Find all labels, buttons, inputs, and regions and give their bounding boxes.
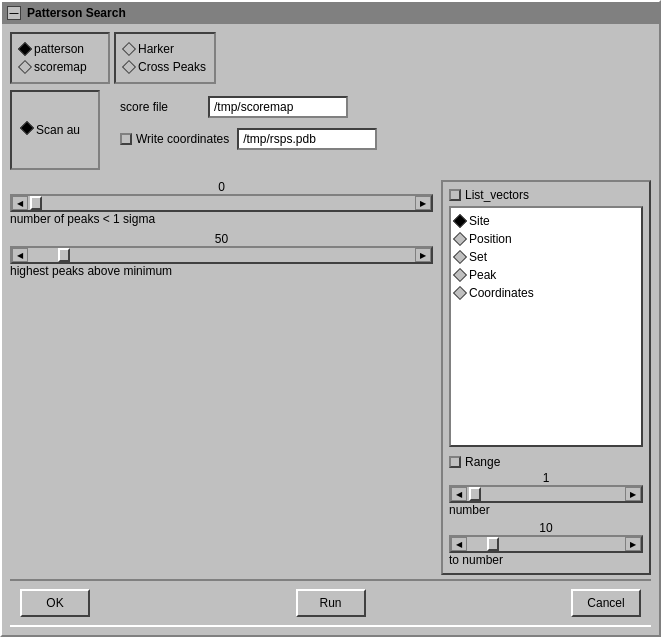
label-coordinates: Coordinates	[469, 286, 534, 300]
slider1-group: 0 ◀ ▶ number of peaks < 1 sigma	[10, 180, 433, 226]
slider2-left-arrow[interactable]: ◀	[12, 248, 28, 262]
window-title: Patterson Search	[27, 6, 126, 20]
diamond-site	[453, 214, 467, 228]
slider2-value: 50	[10, 232, 433, 246]
cancel-button[interactable]: Cancel	[571, 589, 641, 617]
list-item-set[interactable]: Set	[455, 248, 637, 266]
radio-harker[interactable]: Harker	[124, 40, 206, 58]
radio-label-cross-peaks: Cross Peaks	[138, 60, 206, 74]
list-item-peak[interactable]: Peak	[455, 266, 637, 284]
scan-button-container: Scan au	[10, 90, 100, 170]
label-set: Set	[469, 250, 487, 264]
ok-button[interactable]: OK	[20, 589, 90, 617]
list-item-coordinates[interactable]: Coordinates	[455, 284, 637, 302]
slider1-left-arrow[interactable]: ◀	[12, 196, 28, 210]
score-file-label: score file	[120, 100, 200, 114]
scan-au-radio[interactable]: Scan au	[22, 121, 80, 139]
left-radio-panel: patterson scoremap	[10, 32, 110, 84]
range-slider2-group: 10 ◀ ▶ to number	[449, 521, 643, 567]
list-vectors-checkbox[interactable]: List_vectors	[449, 188, 643, 202]
label-site: Site	[469, 214, 490, 228]
score-file-input[interactable]	[208, 96, 348, 118]
slider2-label: highest peaks above minimum	[10, 264, 433, 278]
range-section: Range 1 ◀ ▶ number	[449, 455, 643, 567]
scan-au-diamond	[20, 121, 34, 135]
range-label: Range	[465, 455, 500, 469]
radio-diamond-patterson	[18, 42, 32, 56]
radio-label-patterson: patterson	[34, 42, 84, 56]
list-item-position[interactable]: Position	[455, 230, 637, 248]
list-vectors-checkbox-box	[449, 189, 461, 201]
range-slider2-label: to number	[449, 553, 643, 567]
radio-scoremap[interactable]: scoremap	[20, 58, 100, 76]
slider1-track[interactable]: ◀ ▶	[10, 194, 433, 212]
range-slider1-fill	[467, 487, 625, 501]
range-slider1-track[interactable]: ◀ ▶	[449, 485, 643, 503]
radio-diamond-harker	[122, 42, 136, 56]
range-slider1-label: number	[449, 503, 643, 517]
slider1-label: number of peaks < 1 sigma	[10, 212, 433, 226]
scan-au-label: Scan au	[36, 123, 80, 137]
radio-diamond-cross-peaks	[122, 60, 136, 74]
range-slider2-right-arrow[interactable]: ▶	[625, 537, 641, 551]
run-button[interactable]: Run	[296, 589, 366, 617]
range-slider2-track[interactable]: ◀ ▶	[449, 535, 643, 553]
write-coords-checkbox[interactable]: Write coordinates	[120, 132, 229, 146]
list-vectors-box: Site Position Set Peak	[449, 206, 643, 447]
label-peak: Peak	[469, 268, 496, 282]
slider2-right-arrow[interactable]: ▶	[415, 248, 431, 262]
bottom-bar: OK Run Cancel	[10, 579, 651, 627]
slider1-fill	[28, 196, 415, 210]
radio-label-harker: Harker	[138, 42, 174, 56]
range-slider2-fill	[467, 537, 625, 551]
write-coords-checkbox-box	[120, 133, 132, 145]
write-coords-input[interactable]	[237, 128, 377, 150]
title-bar: — Patterson Search	[2, 2, 659, 24]
range-slider1-left-arrow[interactable]: ◀	[451, 487, 467, 501]
file-fields-section: score file Write coordinates	[100, 90, 377, 150]
slider1-right-arrow[interactable]: ▶	[415, 196, 431, 210]
patterson-search-window: — Patterson Search patterson scoremap	[0, 0, 661, 637]
radio-cross-peaks[interactable]: Cross Peaks	[124, 58, 206, 76]
left-content: 0 ◀ ▶ number of peaks < 1 sigma 50 ◀	[10, 180, 433, 575]
window-body: patterson scoremap Harker Cross Peaks	[2, 24, 659, 635]
radio-patterson[interactable]: patterson	[20, 40, 100, 58]
range-slider2-thumb[interactable]	[487, 537, 499, 551]
slider1-value: 0	[10, 180, 433, 194]
write-coords-label: Write coordinates	[136, 132, 229, 146]
scan-section: Scan au score file Write coordinates	[10, 90, 651, 170]
range-slider2-left-arrow[interactable]: ◀	[451, 537, 467, 551]
list-vectors-label: List_vectors	[465, 188, 529, 202]
right-radio-panel: Harker Cross Peaks	[114, 32, 216, 84]
list-item-site[interactable]: Site	[455, 212, 637, 230]
window-menu-icon[interactable]: —	[7, 6, 21, 20]
diamond-coordinates	[453, 286, 467, 300]
score-file-row: score file	[120, 96, 377, 118]
range-slider1-group: 1 ◀ ▶ number	[449, 471, 643, 517]
diamond-set	[453, 250, 467, 264]
range-checkbox-box	[449, 456, 461, 468]
write-coords-row: Write coordinates	[120, 128, 377, 150]
diamond-peak	[453, 268, 467, 282]
label-position: Position	[469, 232, 512, 246]
range-slider1-thumb[interactable]	[469, 487, 481, 501]
diamond-position	[453, 232, 467, 246]
range-slider2-value: 10	[449, 521, 643, 535]
slider1-thumb[interactable]	[30, 196, 42, 210]
main-content: 0 ◀ ▶ number of peaks < 1 sigma 50 ◀	[10, 180, 651, 575]
slider2-track[interactable]: ◀ ▶	[10, 246, 433, 264]
slider2-fill	[28, 248, 415, 262]
range-slider1-right-arrow[interactable]: ▶	[625, 487, 641, 501]
range-checkbox[interactable]: Range	[449, 455, 643, 469]
slider2-thumb[interactable]	[58, 248, 70, 262]
radio-label-scoremap: scoremap	[34, 60, 87, 74]
slider2-group: 50 ◀ ▶ highest peaks above minimum	[10, 232, 433, 278]
range-slider1-value: 1	[449, 471, 643, 485]
radio-diamond-scoremap	[18, 60, 32, 74]
right-panel: List_vectors Site Position Set	[441, 180, 651, 575]
